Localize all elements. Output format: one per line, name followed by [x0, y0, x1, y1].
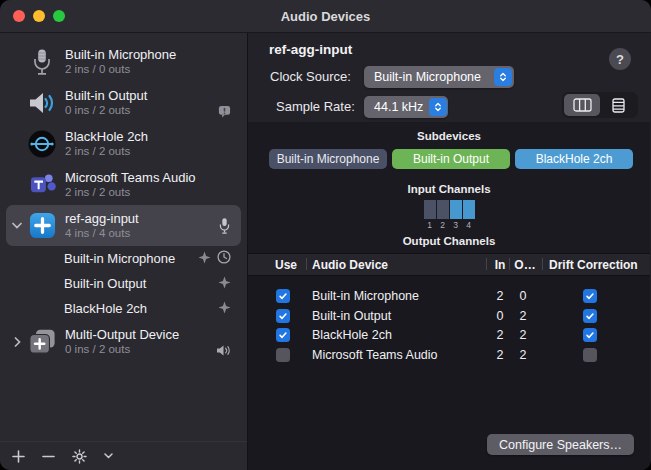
default-input-mic-icon: [218, 217, 231, 235]
table-row[interactable]: Built-in Output 0 2: [248, 307, 650, 327]
columns-view-button[interactable]: [564, 94, 600, 116]
row-out-count: 0: [515, 289, 531, 303]
device-detail: 0 ins / 2 outs: [65, 103, 147, 117]
sidebar-item-blackhole-2ch[interactable]: BlackHole 2ch 2 ins / 2 outs: [6, 123, 241, 164]
drift-correction-checkbox[interactable]: [583, 289, 597, 303]
device-detail-panel: ref-agg-input ? Clock Source: Built-in M…: [248, 33, 650, 470]
clock-source-dropdown[interactable]: Built-in Microphone: [364, 66, 514, 88]
drift-correction-checkbox[interactable]: [583, 309, 597, 323]
device-list: Built-in Microphone 2 ins / 0 outs Built…: [0, 33, 247, 441]
sidebar-item-built-in-microphone[interactable]: Built-in Microphone 2 ins / 0 outs: [6, 41, 241, 82]
signal-spark-icon: [218, 275, 231, 293]
drift-correction-checkbox[interactable]: [583, 348, 597, 362]
sample-rate-label: Sample Rate:: [276, 99, 355, 114]
input-channel-strip: [248, 200, 650, 219]
subdevice-item-built-in-output[interactable]: Built-in Output: [6, 271, 241, 296]
sound-output-speaker-icon: [216, 344, 231, 357]
subdevice-table-section: Use Audio Device In O… Drift Correction …: [248, 253, 650, 470]
use-checkbox[interactable]: [276, 289, 290, 303]
device-name: Microsoft Teams Audio: [65, 170, 196, 185]
table-row[interactable]: Built-in Microphone 2 0: [248, 287, 650, 307]
popup-chevrons-icon: [494, 68, 512, 86]
row-in-count: 2: [492, 328, 508, 342]
subdevice-pill-built-in-microphone[interactable]: Built-in Microphone: [269, 149, 387, 169]
blackhole-icon: [28, 130, 56, 158]
col-header-audio-device[interactable]: Audio Device: [312, 258, 388, 272]
use-checkbox[interactable]: [276, 309, 290, 323]
device-name: Built-in Output: [65, 88, 147, 103]
device-name: Built-in Microphone: [65, 47, 176, 62]
table-body: Built-in Microphone 2 0 Built-in Output …: [248, 276, 650, 365]
col-header-use[interactable]: Use: [275, 258, 297, 272]
multi-output-device-icon: [28, 328, 56, 356]
subdevice-item-blackhole-2ch[interactable]: BlackHole 2ch: [6, 296, 241, 321]
add-device-button[interactable]: [12, 450, 25, 463]
help-button[interactable]: ?: [609, 48, 631, 70]
sidebar-item-built-in-output[interactable]: Built-in Output 0 ins / 2 outs: [6, 82, 241, 123]
row-out-count: 2: [515, 348, 531, 362]
row-out-count: 2: [515, 328, 531, 342]
titlebar: Audio Devices: [0, 0, 651, 33]
row-device-name: Built-in Microphone: [312, 289, 419, 303]
sample-rate-dropdown[interactable]: 44.1 kHz: [364, 96, 448, 118]
row-device-name: BlackHole 2ch: [312, 328, 392, 342]
remove-device-button[interactable]: [42, 450, 55, 463]
sidebar-item-ref-agg-input[interactable]: ref-agg-input 4 ins / 4 outs: [6, 205, 241, 246]
device-detail: 2 ins / 2 outs: [65, 144, 148, 158]
row-device-name: Microsoft Teams Audio: [312, 348, 438, 362]
chevron-down-icon[interactable]: [6, 222, 28, 229]
channel-block-3: [450, 200, 462, 219]
teams-icon: [28, 171, 56, 199]
gear-icon[interactable]: [72, 449, 87, 464]
columns-view-icon: [573, 98, 592, 112]
window-title: Audio Devices: [0, 9, 651, 24]
sidebar-item-multi-output-device[interactable]: Multi-Output Device 0 ins / 2 outs: [6, 321, 241, 362]
device-detail: 2 ins / 2 outs: [65, 185, 196, 199]
sidebar-item-microsoft-teams-audio[interactable]: Microsoft Teams Audio 2 ins / 2 outs: [6, 164, 241, 205]
device-detail: 0 ins / 2 outs: [65, 342, 179, 356]
clock-source-label: Clock Source:: [270, 69, 351, 84]
device-settings-section: ref-agg-input ? Clock Source: Built-in M…: [248, 33, 650, 122]
input-channels-heading: Input Channels: [248, 183, 650, 195]
rows-view-button[interactable]: [600, 94, 636, 116]
microphone-icon: [28, 48, 56, 76]
use-checkbox[interactable]: [276, 348, 290, 362]
table-row[interactable]: Microsoft Teams Audio 2 2: [248, 346, 650, 366]
sidebar-toolbar: [0, 441, 247, 470]
table-header: Use Audio Device In O… Drift Correction: [248, 254, 650, 276]
col-header-in[interactable]: In: [492, 258, 508, 272]
row-in-count: 2: [492, 289, 508, 303]
gear-menu-chevron-down-icon[interactable]: [104, 453, 113, 459]
device-sidebar: Built-in Microphone 2 ins / 0 outs Built…: [0, 33, 248, 470]
rows-view-icon: [612, 98, 625, 113]
drift-correction-checkbox[interactable]: [583, 328, 597, 342]
device-detail: 4 ins / 4 outs: [65, 226, 139, 240]
subdevices-heading: Subdevices: [248, 130, 650, 142]
configure-speakers-button[interactable]: Configure Speakers…: [487, 434, 634, 455]
channel-block-4: [463, 200, 475, 219]
col-header-drift-correction[interactable]: Drift Correction: [549, 258, 638, 272]
view-toggle: [562, 92, 638, 118]
speaker-icon: [28, 89, 56, 117]
device-name: ref-agg-input: [65, 211, 139, 226]
subdevice-pill-built-in-output[interactable]: Built-in Output: [392, 149, 510, 169]
signal-spark-icon: [218, 300, 231, 318]
selected-device-title: ref-agg-input: [269, 42, 352, 57]
device-name: BlackHole 2ch: [65, 129, 148, 144]
device-detail: 2 ins / 0 outs: [65, 62, 176, 76]
row-in-count: 2: [492, 348, 508, 362]
use-checkbox[interactable]: [276, 328, 290, 342]
input-channel-numbers: 1 2 3 4: [248, 220, 650, 230]
row-device-name: Built-in Output: [312, 309, 391, 323]
device-name: Multi-Output Device: [65, 327, 179, 342]
popup-chevrons-icon: [429, 98, 447, 116]
output-channels-heading: Output Channels: [248, 235, 650, 247]
speech-bubble-icon: [218, 105, 231, 118]
row-in-count: 0: [492, 309, 508, 323]
chevron-right-icon[interactable]: [6, 337, 28, 347]
subdevice-pill-blackhole-2ch[interactable]: BlackHole 2ch: [515, 149, 633, 169]
col-header-outs[interactable]: O…: [514, 258, 536, 272]
table-row[interactable]: BlackHole 2ch 2 2: [248, 326, 650, 346]
subdevice-item-built-in-microphone[interactable]: Built-in Microphone: [6, 246, 241, 271]
row-out-count: 2: [515, 309, 531, 323]
